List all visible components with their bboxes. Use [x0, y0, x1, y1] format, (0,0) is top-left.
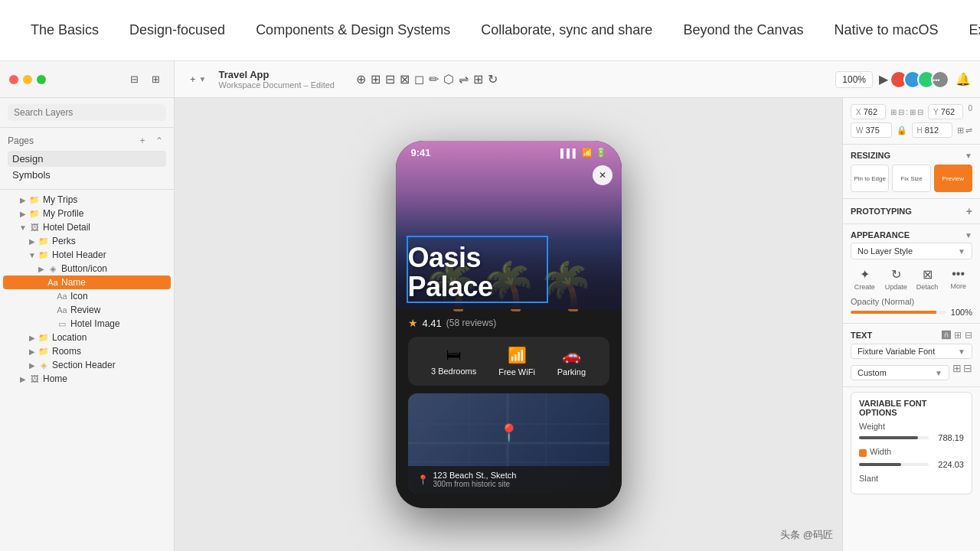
align-icon-3[interactable]: :: [906, 108, 908, 116]
mirror-icon[interactable]: ⇌: [459, 72, 469, 86]
text-options-icon[interactable]: ⊞: [954, 330, 962, 341]
font-style-dropdown[interactable]: Custom ▼: [851, 365, 949, 380]
layer-chevron: ▼: [18, 223, 28, 232]
layer-chevron: ▶: [18, 209, 28, 218]
nav-item-basics[interactable]: The Basics: [31, 16, 99, 44]
create-icon: ✦: [860, 267, 870, 282]
add-page-button[interactable]: +: [136, 134, 149, 148]
layer-item-icon[interactable]: Aa Icon: [3, 289, 171, 303]
play-preview-button[interactable]: ▶: [879, 72, 888, 86]
canvas[interactable]: 9:41 ▌▌▌ 📶 🔋 🌴🌴🌴 ✕: [175, 98, 842, 551]
transform-tool-icon[interactable]: ⬡: [443, 72, 454, 86]
nav-item-native[interactable]: Native to macOS: [834, 16, 938, 44]
component-icon[interactable]: ◻: [414, 72, 424, 86]
width-value: 375: [865, 126, 879, 135]
pages-chevron[interactable]: ⌃: [152, 134, 166, 148]
align-icon-1[interactable]: ⊞: [890, 108, 897, 116]
pen-tool-icon[interactable]: ✏: [429, 72, 439, 86]
bedrooms-label: 3 Bedrooms: [431, 367, 476, 376]
layer-item-hotel-header[interactable]: ▼ 📁 Hotel Header: [3, 248, 171, 262]
width-field[interactable]: W 375: [851, 122, 892, 138]
search-input[interactable]: [8, 104, 166, 121]
layer-item-rooms[interactable]: ▶ 📁 Rooms: [3, 344, 171, 358]
artboard-tool-icon[interactable]: ⊞: [371, 72, 381, 86]
more-options-button[interactable]: ••• More: [944, 264, 972, 294]
flip-icon[interactable]: ⇌: [965, 126, 972, 135]
hotel-body: ★ 4.41 (58 reviews) 🛏 3 Bedrooms 📶: [396, 309, 622, 508]
text-align-icon[interactable]: ⊞: [952, 362, 962, 380]
create-style-button[interactable]: ✦ Create: [851, 264, 879, 294]
page-item-symbols[interactable]: Symbols: [8, 167, 166, 183]
grid-view-icon[interactable]: ⊞: [146, 70, 165, 89]
appearance-chevron[interactable]: ▼: [965, 231, 972, 240]
font-dropdown[interactable]: Fixture Variable Font ▼: [851, 344, 972, 359]
nav-item-collaborate[interactable]: Collaborate, sync and share: [481, 16, 652, 44]
layer-item-my-profile[interactable]: ▶ 📁 My Profile: [3, 207, 171, 220]
align-icon-5[interactable]: ⊟: [917, 108, 923, 116]
layer-item-button-icon[interactable]: ▶ ◈ Button/icon: [3, 262, 171, 276]
amenity-wifi: 📶 Free WiFi: [498, 346, 535, 377]
arrange-icon[interactable]: ⊞: [473, 72, 483, 86]
align-icon-2[interactable]: ⊟: [898, 108, 904, 116]
nav-item-design[interactable]: Design-focused: [129, 16, 225, 44]
text-spacing-icon[interactable]: ⊟: [963, 362, 972, 380]
close-window-button[interactable]: [9, 75, 18, 84]
update-style-button[interactable]: ↻ Update: [882, 264, 910, 294]
rotate-icon[interactable]: ↻: [488, 72, 498, 86]
pin-to-edge-option[interactable]: Pin to Edge: [851, 165, 889, 192]
layer-chevron: ▼: [28, 250, 37, 259]
layer-item-my-trips[interactable]: ▶ 📁 My Trips: [3, 193, 171, 207]
maximize-window-button[interactable]: [37, 75, 46, 84]
vf-options-title: VARIABLE FONT OPTIONS: [859, 399, 964, 417]
x-value: 762: [864, 107, 877, 116]
layer-item-hotel-image[interactable]: ▭ Hotel Image: [3, 317, 171, 331]
detach-style-button[interactable]: ⊠ Detach: [913, 264, 942, 294]
pages-label: Pages: [8, 135, 34, 146]
zoom-control[interactable]: 100%: [835, 71, 873, 88]
layer-item-perks[interactable]: ▶ 📁 Perks: [3, 234, 171, 248]
layer-item-section-header[interactable]: ▶ ◈ Section Header: [3, 358, 171, 372]
layers-search-container: [0, 98, 174, 128]
nav-item-beyond[interactable]: Beyond the Canvas: [683, 16, 803, 44]
preview-option[interactable]: Preview: [934, 165, 972, 192]
vf-width-slider[interactable]: [859, 463, 929, 466]
close-button[interactable]: ✕: [593, 165, 612, 185]
layer-style-dropdown[interactable]: No Layer Style ▼: [851, 243, 972, 259]
align-icon-4[interactable]: ⊞: [910, 108, 916, 116]
y-coordinate-field[interactable]: Y 762: [928, 104, 963, 119]
slice-tool-icon[interactable]: ⊟: [385, 72, 395, 86]
group-icon: 📁: [38, 249, 49, 260]
detach-label: Detach: [916, 283, 939, 291]
layer-item-review[interactable]: Aa Review: [3, 303, 171, 317]
add-prototype-button[interactable]: +: [966, 205, 972, 217]
x-coordinate-field[interactable]: X 762: [851, 104, 886, 119]
text-style-icon[interactable]: 🅰: [942, 330, 951, 341]
height-field[interactable]: H 812: [912, 122, 953, 138]
vf-weight-slider[interactable]: [859, 436, 929, 439]
resizing-chevron[interactable]: ▼: [965, 152, 972, 160]
zoom-fit-icon[interactable]: ⊠: [400, 72, 410, 86]
sidebar-toggle-icon[interactable]: ⊟: [125, 70, 143, 89]
main-area: ⊟ ⊞ Pages + ⌃ Design Symbols: [0, 61, 980, 551]
layer-chevron: [46, 292, 55, 301]
more-collaborators[interactable]: •••: [931, 70, 949, 89]
lock-icon[interactable]: 🔒: [897, 126, 907, 135]
layer-item-home[interactable]: ▶ 🖼 Home: [3, 372, 171, 386]
nav-item-extra[interactable]: Exte...: [969, 16, 980, 44]
add-element-button[interactable]: + ▼: [184, 70, 213, 88]
vf-width-row: Width 224.03: [859, 447, 964, 469]
layer-item-location[interactable]: ▶ 📁 Location: [3, 331, 171, 344]
layer-item-hotel-detail[interactable]: ▼ 🖼 Hotel Detail: [3, 220, 171, 234]
nav-item-components[interactable]: Components & Design Systems: [256, 16, 450, 44]
aspect-ratio-icon[interactable]: ⊞: [957, 126, 964, 135]
map-address: 123 Beach St., Sketch: [433, 471, 517, 480]
fix-size-option[interactable]: Fix Size: [892, 165, 930, 192]
layer-item-name[interactable]: Aa Name: [3, 276, 171, 289]
opacity-slider[interactable]: [851, 311, 946, 314]
notifications-icon[interactable]: 🔔: [956, 72, 971, 86]
top-nav: The Basics Design-focused Components & D…: [0, 0, 980, 61]
minimize-window-button[interactable]: [23, 75, 32, 84]
text-more-icon[interactable]: ⊟: [965, 330, 972, 341]
page-item-design[interactable]: Design: [8, 151, 166, 167]
insert-tool-icon[interactable]: ⊕: [356, 72, 366, 86]
